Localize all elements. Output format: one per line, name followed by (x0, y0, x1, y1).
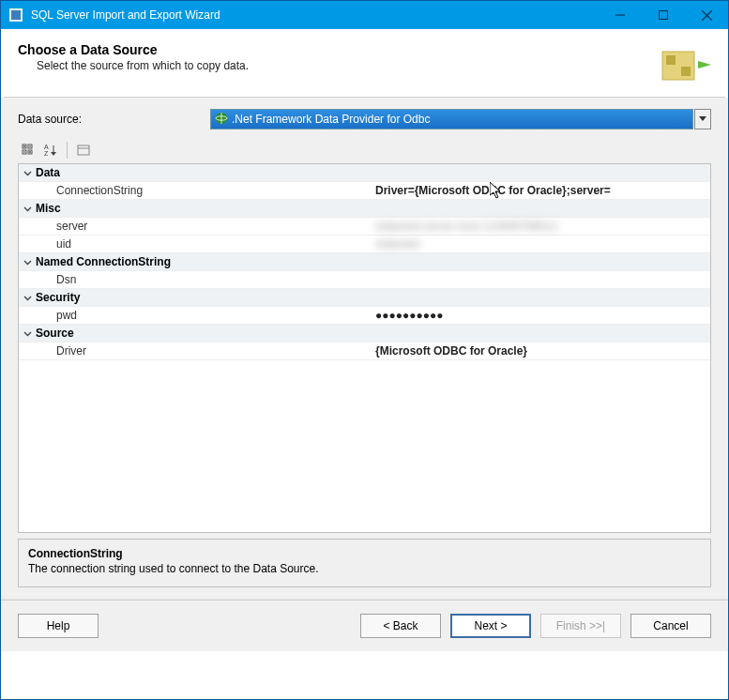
chevron-down-icon (19, 169, 36, 177)
wizard-footer: Help < Back Next > Finish >>| Cancel (1, 600, 728, 651)
chevron-down-icon (699, 116, 706, 122)
content-panel: Data source: .Net Framework Data Provide… (1, 98, 728, 599)
title-bar: SQL Server Import and Export Wizard (1, 1, 728, 29)
propgrid-category-name: Data (36, 166, 372, 179)
property-description-panel: ConnectionString The connection string u… (18, 539, 711, 587)
svg-rect-8 (681, 67, 691, 76)
next-button[interactable]: Next > (450, 614, 531, 638)
help-button[interactable]: Help (18, 614, 99, 638)
property-pages-button[interactable] (73, 140, 94, 160)
propgrid-category[interactable]: Security (19, 289, 710, 307)
cancel-button[interactable]: Cancel (630, 614, 711, 638)
propgrid-category[interactable]: Data (19, 164, 710, 182)
propgrid-prop-name: ConnectionString (36, 184, 372, 197)
propgrid-prop-value[interactable]: redacted-server-host 123456789012 (372, 220, 710, 233)
propgrid-prop-name: Dsn (36, 273, 372, 286)
propgrid-prop-value[interactable]: ●●●●●●●●●● (372, 309, 710, 322)
svg-marker-27 (51, 152, 56, 156)
propgrid-prop-name: Driver (36, 344, 372, 358)
chevron-down-icon (19, 258, 36, 266)
page-subtitle: Select the source from which to copy dat… (37, 59, 649, 72)
svg-text:A: A (44, 144, 49, 150)
back-button[interactable]: < Back (360, 614, 441, 638)
minimize-button[interactable] (599, 1, 642, 29)
propgrid-category[interactable]: Source (19, 325, 710, 342)
svg-rect-1 (11, 10, 21, 20)
propgrid-row[interactable]: Driver{Microsoft ODBC for Oracle} (19, 342, 710, 360)
data-source-selected: .Net Framework Data Provider for Odbc (232, 113, 689, 126)
propgrid-category[interactable]: Named ConnectionString (19, 253, 710, 271)
propgrid-row[interactable]: serverredacted-server-host 123456789012 (19, 218, 710, 236)
svg-text:Z: Z (44, 150, 49, 157)
propgrid-category-name: Named ConnectionString (36, 255, 372, 268)
propgrid-row[interactable]: Dsn (19, 271, 710, 289)
propgrid-category-name: Source (36, 327, 372, 340)
chevron-down-icon (19, 205, 36, 213)
app-icon (8, 8, 23, 23)
close-button[interactable] (685, 1, 728, 29)
svg-rect-3 (660, 11, 668, 20)
propgrid-category-name: Misc (36, 202, 372, 215)
svg-rect-28 (78, 145, 89, 155)
propgrid-toolbar: A Z (18, 139, 711, 161)
propgrid-category-name: Security (36, 291, 372, 304)
data-source-label: Data source: (18, 113, 210, 126)
window-controls (599, 1, 728, 29)
propgrid-prop-value[interactable]: {Microsoft ODBC for Oracle} (372, 344, 710, 358)
sort-az-icon: A Z (44, 144, 57, 157)
property-grid: DataConnectionStringDriver={Microsoft OD… (18, 163, 711, 533)
svg-marker-13 (699, 116, 706, 121)
propgrid-prop-name: pwd (36, 309, 372, 322)
globe-icon (215, 112, 228, 128)
categorized-view-button[interactable] (18, 140, 38, 160)
page-title: Choose a Data Source (18, 42, 649, 57)
propgrid-prop-value[interactable]: redacted (372, 237, 710, 251)
property-description-text: The connection string used to connect to… (28, 562, 701, 575)
data-source-select[interactable]: .Net Framework Data Provider for Odbc (210, 109, 693, 129)
maximize-button[interactable] (642, 1, 685, 29)
property-page-icon (77, 144, 90, 157)
data-source-row: Data source: .Net Framework Data Provide… (18, 109, 711, 129)
wizard-header: Choose a Data Source Select the source f… (1, 29, 728, 97)
propgrid-row[interactable]: pwd●●●●●●●●●● (19, 307, 710, 325)
svg-marker-9 (698, 61, 711, 68)
propgrid-row[interactable]: uidredacted (19, 236, 710, 253)
window-title: SQL Server Import and Export Wizard (31, 8, 599, 22)
propgrid-prop-name: uid (36, 237, 372, 251)
wizard-header-icon (659, 42, 711, 87)
propgrid-prop-value[interactable]: Driver={Microsoft ODBC for Oracle};serve… (372, 184, 710, 197)
toolbar-separator (67, 142, 68, 159)
property-description-title: ConnectionString (28, 547, 701, 560)
categorized-icon (22, 144, 35, 157)
alphabetical-view-button[interactable]: A Z (40, 140, 61, 160)
finish-button: Finish >>| (540, 614, 621, 638)
chevron-down-icon (19, 329, 36, 338)
data-source-dropdown-button[interactable] (694, 109, 711, 129)
propgrid-category[interactable]: Misc (19, 200, 710, 218)
svg-rect-7 (666, 55, 676, 65)
propgrid-row[interactable]: ConnectionStringDriver={Microsoft ODBC f… (19, 182, 710, 200)
propgrid-prop-name: server (36, 220, 372, 233)
chevron-down-icon (19, 294, 36, 302)
